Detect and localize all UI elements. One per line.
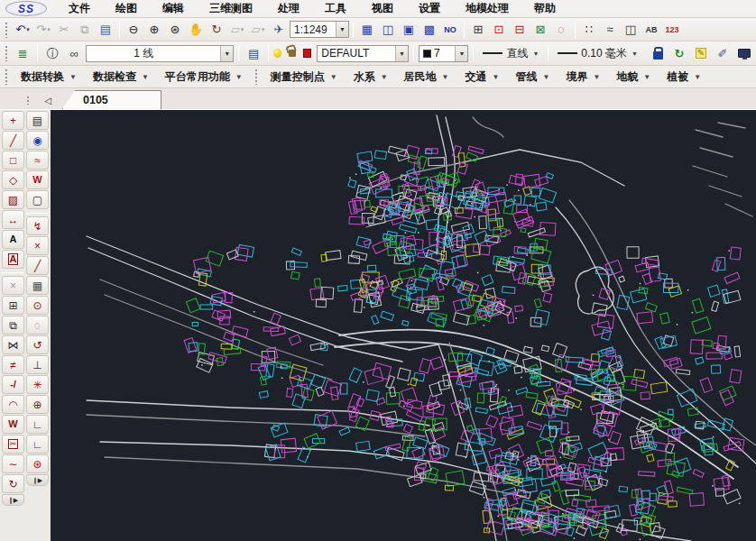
undo-button[interactable]: ↶▾ <box>13 20 32 39</box>
toolbar-drag-handle[interactable] <box>254 69 259 85</box>
ribbon-menu-测量控制点[interactable]: 测量控制点▼ <box>263 66 345 88</box>
tool-squiggle[interactable]: ≈ <box>26 151 49 170</box>
paste-button[interactable]: ▤ <box>96 20 115 39</box>
toolbar-drag-handle[interactable] <box>5 45 8 61</box>
grid-dense-button[interactable]: ▩ <box>419 20 439 39</box>
menu-item-0[interactable]: 文件 <box>56 0 103 18</box>
tool-node-line[interactable]: ↯ <box>26 216 49 235</box>
ribbon-menu-植被[interactable]: 植被▼ <box>659 66 708 88</box>
menu-item-6[interactable]: 视图 <box>359 0 406 18</box>
tool-axis-point[interactable]: ⊕ <box>26 395 49 414</box>
brush-button[interactable]: ✐ <box>713 44 733 63</box>
ribbon-menu-数据检查[interactable]: 数据检查▼ <box>86 66 156 88</box>
tool-dim-origin[interactable]: ∟ <box>26 415 49 434</box>
ribbon-menu-境界[interactable]: 境界▼ <box>558 66 607 88</box>
tool-pipe[interactable]: ∼ <box>2 454 24 473</box>
menu-item-8[interactable]: 地模处理 <box>453 0 521 18</box>
layer-info-button[interactable]: ⓘ <box>42 44 62 63</box>
tool-vnotch[interactable]: W <box>2 415 24 434</box>
tool-hatch[interactable]: ▨ <box>2 190 24 209</box>
ribbon-menu-水系[interactable]: 水系▼ <box>346 66 395 88</box>
view-prev-button[interactable]: ▱▾ <box>227 20 247 39</box>
tool-arc[interactable]: ◠ <box>2 395 24 414</box>
palette-expand-button[interactable]: ❙▶ <box>2 494 24 506</box>
ribbon-menu-管线[interactable]: 管线▼ <box>508 66 557 88</box>
tool-select-region[interactable]: ▢ <box>26 190 49 209</box>
text-style-button[interactable]: AB <box>641 20 661 39</box>
tool-perpendicular[interactable]: ⊥ <box>26 355 49 374</box>
drawing-canvas[interactable] <box>51 110 756 541</box>
window-frame-button[interactable]: ▣ <box>399 20 419 39</box>
tool-break[interactable]: ≠ <box>2 355 24 374</box>
window-split-button[interactable]: ◫ <box>378 20 398 39</box>
tool-polygon[interactable]: ◇ <box>2 170 24 189</box>
map-area-button[interactable]: ⊠ <box>530 20 550 39</box>
tool-erase[interactable]: × <box>2 276 24 295</box>
map-sheet-button[interactable]: ⊞ <box>468 20 488 39</box>
layer-stack-button[interactable]: ▤ <box>244 44 263 63</box>
map-target-button[interactable]: ⊡ <box>489 20 509 39</box>
linetype-dropdown[interactable]: 直线 ▼ <box>478 44 543 63</box>
tool-annotation[interactable]: A <box>2 250 24 269</box>
menu-item-5[interactable]: 工具 <box>312 0 359 18</box>
scale-combo[interactable]: 1:1249▼ <box>290 21 349 38</box>
window-tile-button[interactable]: ▦ <box>357 20 377 39</box>
color-combo-arrow[interactable]: ▼ <box>455 46 467 61</box>
tool-rotate-number[interactable]: ↻ <box>2 474 24 493</box>
ribbon-menu-平台常用功能[interactable]: 平台常用功能▼ <box>158 66 250 88</box>
ellipse-select-button[interactable]: ◌ <box>551 20 571 39</box>
tool-mirror[interactable]: ⋈ <box>2 335 24 354</box>
wave-style-button[interactable]: ≈ <box>600 20 620 39</box>
copy-button[interactable]: ⧉ <box>75 20 95 39</box>
tool-point[interactable]: + <box>2 111 24 130</box>
point-style-button[interactable]: ∷ <box>579 20 599 39</box>
layer-manager-button[interactable]: ≣ <box>13 44 32 63</box>
tool-gear[interactable]: ⊛ <box>26 454 49 473</box>
redo-button[interactable]: ↷▾ <box>33 20 53 39</box>
tool-grid[interactable]: ▦ <box>26 276 49 295</box>
zoom-window-button[interactable]: ⊛ <box>165 20 185 39</box>
refresh-button[interactable]: ↻ <box>669 44 689 63</box>
monitor-button[interactable] <box>734 44 754 63</box>
ribbon-menu-地貌[interactable]: 地貌▼ <box>609 66 658 88</box>
tool-rectangle[interactable]: □ <box>2 151 24 170</box>
tool-trim[interactable]: -/ <box>2 375 24 394</box>
menu-item-2[interactable]: 编辑 <box>150 0 197 18</box>
layer-state-combo[interactable]: DEFAULT ▼ <box>317 45 409 62</box>
tool-dimension[interactable]: ↔ <box>2 210 24 229</box>
pan-button[interactable]: ✋ <box>186 20 206 39</box>
fly-view-button[interactable]: ✈ <box>269 20 289 39</box>
menu-item-3[interactable]: 三维测图 <box>197 0 265 18</box>
cut-button[interactable]: ✂ <box>54 20 74 39</box>
lineweight-dropdown[interactable]: 0.10 毫米 ▼ <box>553 44 642 63</box>
layer-state-combo-arrow[interactable]: ▼ <box>395 46 408 61</box>
edit-note-button[interactable]: ✎ <box>691 44 711 63</box>
palette-expand-button[interactable]: ❙▶ <box>26 474 49 486</box>
layer-combo[interactable]: 1 线 ▼ <box>86 45 234 62</box>
tool-circle-center[interactable]: ⊙ <box>26 296 49 315</box>
tool-clip[interactable]: ✂ <box>2 435 24 454</box>
menu-item-7[interactable]: 设置 <box>406 0 453 18</box>
toolbar-drag-handle[interactable] <box>5 22 9 38</box>
layer-view-button[interactable]: ∞ <box>64 44 84 63</box>
number-annotate-button[interactable]: 123 <box>662 20 682 39</box>
layer-color-swatch[interactable] <box>303 49 311 58</box>
ribbon-menu-交通[interactable]: 交通▼ <box>458 66 507 88</box>
zoom-in-button[interactable]: ⊕ <box>144 20 164 39</box>
tool-text[interactable]: A <box>2 230 24 249</box>
tool-join[interactable]: ⊞ <box>2 296 24 315</box>
menu-item-1[interactable]: 绘图 <box>103 0 150 18</box>
tool-copy-object[interactable]: ⧉ <box>2 316 24 335</box>
tool-line[interactable]: ╱ <box>2 131 24 150</box>
tab-nav-button[interactable]: ◁ <box>41 93 55 108</box>
layer-on-icon[interactable] <box>273 49 281 58</box>
lock-button[interactable] <box>648 44 668 63</box>
tool-dim-k[interactable]: ∟ <box>26 435 49 454</box>
map-drawing[interactable] <box>51 110 756 541</box>
block-manager-button[interactable]: ◫ <box>621 20 641 39</box>
tool-dashed-circle[interactable]: ◌ <box>26 316 49 335</box>
tabstrip-drag-handle[interactable] <box>26 96 31 105</box>
tool-w-points[interactable]: W <box>26 170 49 189</box>
document-tab-active[interactable]: 0105 <box>62 90 161 109</box>
view-next-button[interactable]: ▱▾ <box>248 20 268 39</box>
